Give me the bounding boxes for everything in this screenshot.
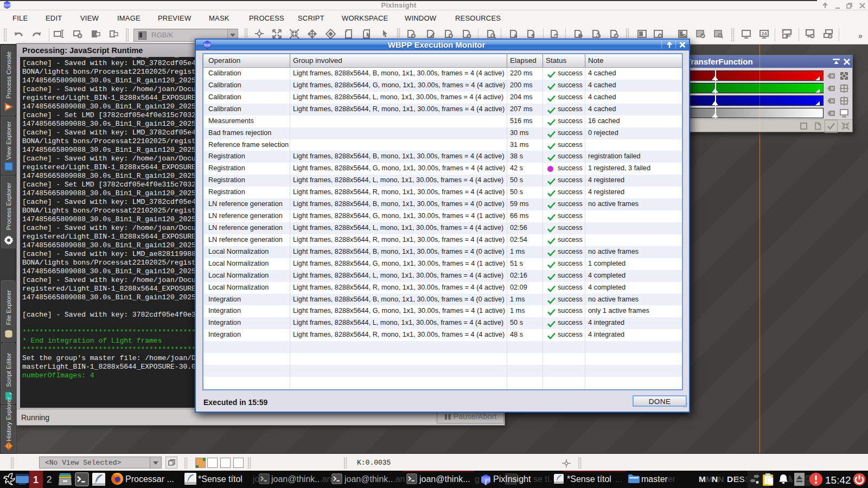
svg-text:24: 24 <box>761 31 767 36</box>
